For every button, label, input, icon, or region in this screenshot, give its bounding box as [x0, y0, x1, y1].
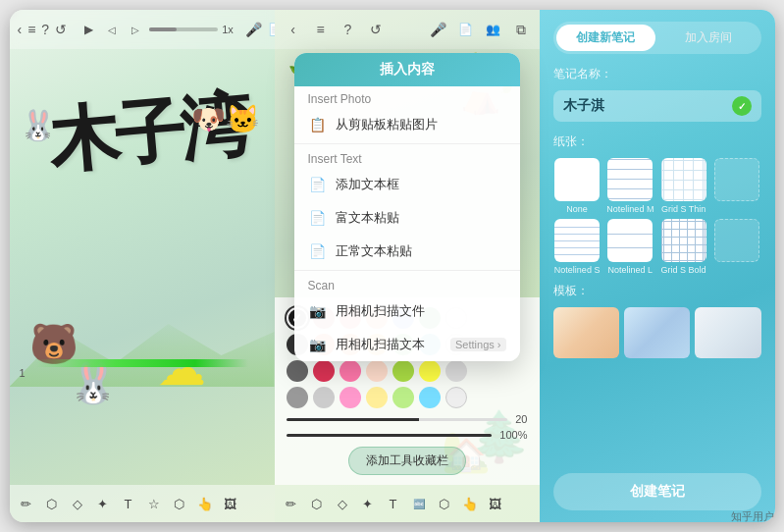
paper-grid-thin-thumb[interactable] [661, 158, 706, 201]
mid-select-tool[interactable]: 👆 [459, 493, 481, 514]
text-tool[interactable]: T [118, 493, 139, 514]
template-grid [553, 307, 761, 358]
mid-pen-tool[interactable]: ✏ [281, 493, 302, 514]
scan-text-icon: 📷 [308, 335, 328, 354]
star2-tool[interactable]: ☆ [143, 493, 165, 514]
paper-notelined-s-label: Notelined S [554, 265, 601, 275]
mid-people-icon[interactable]: 👥 [483, 19, 504, 40]
mic-icon[interactable]: 🎤 [245, 19, 262, 40]
sketch-deco-rabbit: 🐰 [20, 108, 56, 142]
note-name-input[interactable]: 木子淇 ✓ [553, 90, 761, 122]
mid-eraser-tool[interactable]: ⬡ [306, 493, 328, 514]
color-medium-gray[interactable] [287, 387, 308, 408]
color-yellow[interactable] [419, 360, 441, 382]
help-icon[interactable]: ? [41, 19, 49, 40]
prev-button[interactable]: ◁ [102, 20, 122, 39]
tab-join-room[interactable]: 加入房间 [659, 25, 758, 51]
menu-item-add-textbox[interactable]: 📄 添加文本框 [294, 168, 520, 201]
mid-undo-icon[interactable]: ↺ [365, 19, 387, 40]
mid-image-tool[interactable]: 🖼 [485, 493, 506, 514]
menu-item-plain-paste[interactable]: 📄 正常文本粘贴 [294, 235, 520, 268]
paper-option-notelined-s: Notelined S [553, 219, 601, 275]
size-value: 20 [515, 413, 527, 425]
color-light-blue[interactable] [419, 387, 441, 408]
menu-item-rich-paste[interactable]: 📄 富文本粘贴 [294, 201, 520, 235]
color-gray[interactable] [287, 360, 308, 382]
mid-text-tool[interactable]: T [383, 493, 404, 514]
menu-item-scan-doc[interactable]: 📷 用相机扫描文件 [294, 294, 520, 328]
color-peach[interactable] [366, 360, 388, 382]
mid-help-icon[interactable]: ? [338, 19, 359, 40]
paper-none-label: None [566, 204, 588, 214]
paper-option-none: None [553, 158, 601, 214]
pen-tool[interactable]: ✏ [16, 493, 37, 514]
menu-item-paste-photo[interactable]: 📋 从剪贴板粘贴图片 [294, 108, 520, 141]
mid-back-icon[interactable]: ‹ [283, 19, 304, 40]
tab-create-note[interactable]: 创建新笔记 [556, 25, 655, 51]
speed-label: 1x [222, 24, 234, 35]
color-pink[interactable] [340, 360, 361, 382]
textbox-icon: 📄 [308, 175, 328, 194]
mid-menu-icon[interactable]: ≡ [310, 19, 332, 40]
mid-font-tool[interactable]: 🔤 [408, 493, 430, 514]
color-light-pink[interactable] [340, 387, 361, 408]
template-label: 模板： [553, 283, 761, 299]
menu-item-scan-text[interactable]: 📷 用相机扫描文本 Settings › [294, 328, 520, 361]
opacity-slider[interactable] [287, 434, 493, 437]
sketch-deco-animals: 🐶🐱 [191, 103, 260, 135]
play-button[interactable]: ▶ [78, 20, 98, 39]
undo-icon[interactable]: ↺ [55, 19, 67, 40]
deco-rabbit: 🐰 [69, 360, 118, 406]
note-name-confirm[interactable]: ✓ [732, 96, 752, 116]
color-near-white[interactable] [445, 387, 467, 408]
scan-doc-icon: 📷 [308, 301, 328, 321]
paper-option-grid-thin: Grid S Thin [659, 158, 707, 214]
paper-grid-bold-thumb[interactable] [661, 219, 706, 262]
color-light-green[interactable] [392, 387, 414, 408]
mid-layers-icon[interactable]: ⧉ [510, 19, 532, 40]
paper-notelined-s-thumb[interactable] [554, 219, 600, 262]
color-pale-gray[interactable] [313, 387, 335, 408]
app-container: ‹ ≡ ? ↺ ▶ ◁ ▷ 1x 🎤 📄 👥 ⧉ ✏ 木子湾 [10, 10, 775, 522]
mid-hex-tool[interactable]: ⬡ [434, 493, 455, 514]
size-slider[interactable] [287, 418, 508, 421]
progress-bar[interactable] [149, 27, 218, 31]
menu-icon[interactable]: ≡ [27, 19, 35, 40]
image-tool[interactable]: 🖼 [220, 493, 241, 514]
color-pink-red[interactable] [313, 360, 335, 382]
paper-notelined-m-thumb[interactable] [607, 158, 653, 201]
shape-tool[interactable]: ◇ [67, 493, 88, 514]
eraser-tool[interactable]: ⬡ [41, 493, 63, 514]
menu-item-add-textbox-label: 添加文本框 [336, 176, 506, 193]
menu-item-scan-text-label: 用相机扫描文本 [336, 336, 444, 353]
paper-empty-1-thumb[interactable] [714, 158, 759, 201]
left-canvas: 木子湾 🐰 🐶🐱 🐻 🐰 ☁ 1 [10, 49, 275, 485]
color-light-gray[interactable] [445, 360, 467, 382]
mid-star-tool[interactable]: ✦ [357, 493, 379, 514]
mid-shape-tool[interactable]: ◇ [332, 493, 353, 514]
next-button[interactable]: ▷ [126, 20, 145, 39]
star-tool[interactable]: ✦ [92, 493, 114, 514]
mid-mic-icon[interactable]: 🎤 [428, 19, 449, 40]
back-icon[interactable]: ‹ [18, 19, 23, 40]
color-light-yellow[interactable] [366, 387, 388, 408]
left-toolbar: ‹ ≡ ? ↺ ▶ ◁ ▷ 1x 🎤 📄 👥 ⧉ ✏ [10, 10, 275, 49]
paper-notelined-l-thumb[interactable] [607, 219, 653, 262]
deco-cloud: ☁ [157, 340, 206, 397]
paper-option-empty-2 [712, 219, 760, 275]
template-light[interactable] [695, 307, 760, 358]
menu-item-plain-paste-label: 正常文本粘贴 [336, 242, 506, 260]
add-toolbar-button[interactable]: 添加工具收藏栏 [348, 447, 466, 475]
template-blue[interactable] [624, 307, 690, 358]
hex-tool[interactable]: ⬡ [169, 493, 190, 514]
paper-none-thumb[interactable] [554, 158, 600, 201]
select-tool[interactable]: 👆 [194, 493, 216, 514]
opacity-value: 100% [499, 429, 527, 441]
template-warm[interactable] [553, 307, 619, 358]
mid-doc-icon[interactable]: 📄 [455, 19, 477, 40]
settings-badge[interactable]: Settings › [450, 338, 505, 351]
color-yellow-green[interactable] [392, 360, 414, 382]
doc-icon[interactable]: 📄 [268, 19, 275, 40]
create-note-button[interactable]: 创建笔记 [553, 473, 761, 510]
paper-empty-2-thumb[interactable] [714, 219, 759, 262]
